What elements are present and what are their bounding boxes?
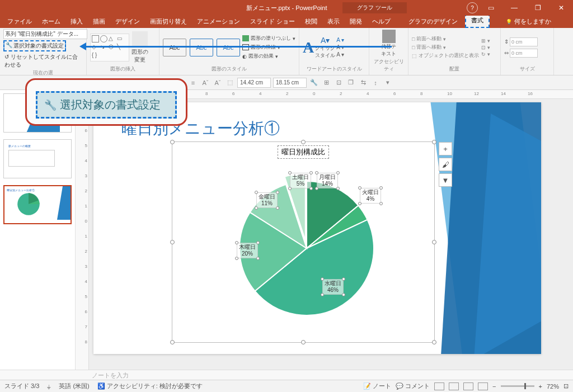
chart-element-dropdown[interactable]: 系列 "曜日別構成比" データ... xyxy=(3,29,87,39)
notes-button[interactable]: 📝 ノート xyxy=(363,382,391,390)
callout-icon: 🔧 xyxy=(44,99,57,111)
chart-title[interactable]: 曜日別構成比 xyxy=(278,145,329,159)
chart-styles-button[interactable]: 🖌 xyxy=(439,158,452,171)
zoom-out-button[interactable]: − xyxy=(492,383,496,390)
ribbon-group-accessibility: 代替テ キスト アクセシビリティ xyxy=(369,28,408,75)
normal-view-button[interactable] xyxy=(434,382,444,390)
callout-text: 選択対象の書式設定 xyxy=(60,97,161,112)
selection-pane-button[interactable]: ⬚オブジェクトの選択と表示 xyxy=(412,52,479,59)
minimize-button[interactable]: — xyxy=(502,4,526,12)
spellcheck-icon[interactable]: ⏚ xyxy=(47,383,51,390)
tell-me-input[interactable]: 何をしますか xyxy=(501,15,556,28)
notes-pane[interactable]: ノートを入力 xyxy=(0,370,573,380)
chart-object[interactable]: 曜日別構成比 月曜日14%火曜日4%水曜日46%木曜日20%金曜日11%土曜日5… xyxy=(172,141,435,343)
width-input[interactable] xyxy=(510,49,538,58)
zoom-slider[interactable] xyxy=(501,385,534,387)
ribbon-label-accessibility: アクセシビリティ xyxy=(373,58,405,74)
tab-developer[interactable]: 開発 xyxy=(345,15,367,28)
pie-data-label[interactable]: 水曜日46% xyxy=(322,279,344,295)
accessibility-status[interactable]: ♿ アクセシビリティ: 検討が必要です xyxy=(97,382,203,390)
qat-item[interactable]: Aˇ xyxy=(200,78,210,88)
qat-item[interactable]: ⊞ xyxy=(321,78,331,88)
format-selection-button[interactable]: 🔧 選択対象の書式設定 xyxy=(3,40,66,51)
ribbon-group-selection: 系列 "曜日別構成比" データ... 🔧 選択対象の書式設定 ↺ リセットしてス… xyxy=(0,28,87,75)
ribbon-group-arrange: □前面へ移動 ▾ □背面へ移動 ▾ ⬚オブジェクトの選択と表示 ⊞ ▾ ⊡ ▾ … xyxy=(408,28,501,75)
ribbon-display-icon[interactable]: ▭ xyxy=(479,4,502,12)
chart-filters-button[interactable]: ▼ xyxy=(439,173,452,187)
tab-animations[interactable]: アニメーション xyxy=(192,15,245,28)
tab-insert[interactable]: 挿入 xyxy=(65,15,88,28)
pie-data-label[interactable]: 火曜日4% xyxy=(360,188,381,204)
qat-item[interactable]: Aˇ xyxy=(213,78,223,88)
tab-slideshow[interactable]: スライド ショー xyxy=(245,15,300,28)
fit-to-window-button[interactable]: ⊡ xyxy=(563,382,569,390)
ribbon: 系列 "曜日別構成比" データ... 🔧 選択対象の書式設定 ↺ リセットしてス… xyxy=(0,28,573,75)
close-button[interactable]: ✕ xyxy=(549,4,573,12)
qat-item[interactable]: ≡ xyxy=(188,78,198,88)
tab-transitions[interactable]: 画面切り替え xyxy=(145,15,192,28)
ribbon-group-size: ⇕ ⇔ サイズ xyxy=(501,28,554,75)
pie-data-label[interactable]: 土曜日5% xyxy=(290,173,311,188)
restore-button[interactable]: ❐ xyxy=(526,4,549,12)
slideshow-view-button[interactable] xyxy=(478,382,488,390)
slide-thumbnail-3[interactable]: 3 曜日別メニュー分析① xyxy=(3,185,72,224)
slide-counter[interactable]: スライド 3/3 xyxy=(4,382,39,390)
ribbon-group-shape-styles: Abc Abc Abc 図形の塗りつぶし ▾ 図形の枠線 ▾ ◐図形の効果 ▾ … xyxy=(159,28,299,75)
svg-marker-2 xyxy=(57,186,71,220)
alt-text-icon xyxy=(382,30,396,43)
qat-item[interactable]: ⇆ xyxy=(358,78,368,88)
bring-forward-button[interactable]: □前面へ移動 ▾ xyxy=(412,35,479,42)
sorter-view-button[interactable] xyxy=(449,382,459,390)
tab-help[interactable]: ヘルプ xyxy=(367,15,396,28)
change-shape-icon xyxy=(132,31,148,47)
slide-thumbnail-panel: 1 2 新メニューの概要 3 曜日別メニュー分析① xyxy=(0,90,76,370)
format-icon: 🔧 xyxy=(6,42,12,50)
effects-icon: ◐ xyxy=(242,54,247,59)
qat-item[interactable]: ⊡ xyxy=(334,78,344,88)
slide-edit-area: 87654321012345678 1614121086420246810121… xyxy=(76,90,573,370)
tab-file[interactable]: ファイル xyxy=(2,15,37,28)
tab-draw[interactable]: 描画 xyxy=(88,15,110,28)
chart-elements-button[interactable]: + xyxy=(439,142,452,155)
text-fill-button[interactable]: A ▾ xyxy=(336,37,344,43)
group-button[interactable]: ⊡ ▾ xyxy=(481,45,490,50)
height-qat-input[interactable] xyxy=(237,78,271,88)
vertical-ruler: 87654321012345678 xyxy=(76,90,89,370)
reset-style-button[interactable]: ↺ リセットしてスタイルに合わせる xyxy=(3,53,83,69)
qat-item[interactable]: 🔧 xyxy=(309,78,319,88)
reading-view-button[interactable] xyxy=(463,382,473,390)
tab-review[interactable]: 校閲 xyxy=(300,15,322,28)
shape-effects-button[interactable]: ◐図形の効果 ▾ xyxy=(242,53,295,60)
rotate-button[interactable]: ↻ ▾ xyxy=(481,51,490,57)
qat-item[interactable]: ↕ xyxy=(370,78,381,88)
pie-data-label[interactable]: 月曜日14% xyxy=(317,173,338,188)
tab-home[interactable]: ホーム xyxy=(37,15,65,28)
qat-item[interactable]: ▾ xyxy=(383,78,393,88)
title-bar: 新メニュー.pptx - PowerPoint グラフ ツール ? ▭ — ❐ … xyxy=(0,0,573,16)
height-input[interactable] xyxy=(510,37,538,46)
pie-data-label[interactable]: 金曜日11% xyxy=(256,192,278,208)
pie-data-label[interactable]: 木曜日20% xyxy=(237,243,258,258)
tab-view[interactable]: 表示 xyxy=(322,15,345,28)
shape-fill-button[interactable]: 図形の塗りつぶし ▾ xyxy=(242,35,295,42)
callout-annotation: 🔧 選択対象の書式設定 xyxy=(25,78,187,126)
zoom-in-button[interactable]: + xyxy=(539,383,542,390)
language-indicator[interactable]: 英語 (米国) xyxy=(59,382,89,390)
quick-style-icon: A▾ xyxy=(321,36,330,45)
alt-text-button[interactable]: 代替テ キスト xyxy=(381,30,396,58)
qat-item[interactable]: ⬚ xyxy=(225,78,235,88)
ribbon-label-shape-styles: 図形のスタイル xyxy=(163,65,295,74)
account-icon[interactable]: ? xyxy=(467,2,478,13)
annotation-arrow xyxy=(81,46,392,48)
align-button[interactable]: ⊞ ▾ xyxy=(481,38,490,44)
comments-button[interactable]: 💬 コメント xyxy=(396,382,430,390)
slide-thumbnail-2[interactable]: 2 新メニューの概要 xyxy=(3,139,72,178)
tab-design[interactable]: デザイン xyxy=(110,15,145,28)
width-qat-input[interactable] xyxy=(273,78,307,88)
text-effects-button[interactable]: A ▾ xyxy=(336,51,344,58)
send-backward-button[interactable]: □背面へ移動 ▾ xyxy=(412,44,479,51)
slide-canvas[interactable]: 曜日別メニュー分析① 曜日別構成比 月曜日14%火曜日4%水曜日46%木曜日20… xyxy=(93,102,541,354)
tab-chart-design[interactable]: グラフのデザイン xyxy=(403,15,463,28)
zoom-level[interactable]: 72% xyxy=(547,383,559,390)
qat-item[interactable]: ❐ xyxy=(346,78,356,88)
